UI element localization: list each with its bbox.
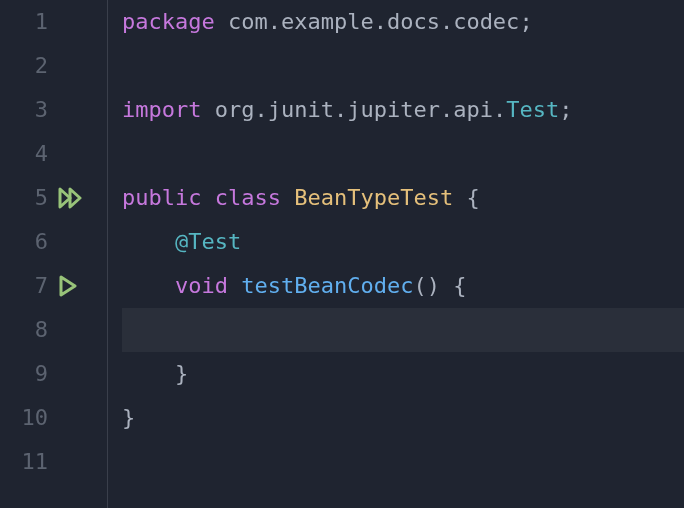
space-token <box>201 185 214 210</box>
run-class-icon[interactable] <box>58 187 84 209</box>
keyword-token: public <box>122 185 201 210</box>
gutter-row: 6 <box>0 220 107 264</box>
line-number: 11 <box>0 440 48 484</box>
line-number: 7 <box>0 264 48 308</box>
class-name-token: BeanTypeTest <box>294 185 453 210</box>
space-token <box>201 97 214 122</box>
code-line[interactable]: import org.junit.jupiter.api.Test; <box>122 88 684 132</box>
gutter-row: 11 <box>0 440 107 484</box>
line-number: 3 <box>0 88 48 132</box>
gutter-row: 1 <box>0 0 107 44</box>
line-number: 8 <box>0 308 48 352</box>
type-token: Test <box>506 97 559 122</box>
package-path-token: com.example.docs.codec <box>228 9 519 34</box>
gutter-row: 2 <box>0 44 107 88</box>
keyword-token: import <box>122 97 201 122</box>
indent-token <box>122 273 175 298</box>
method-name-token: testBeanCodec <box>241 273 413 298</box>
indent-token <box>122 361 175 386</box>
line-number: 10 <box>0 396 48 440</box>
code-line[interactable]: } <box>122 352 684 396</box>
code-line[interactable]: void testBeanCodec() { <box>122 264 684 308</box>
space-token <box>215 9 228 34</box>
brace-token: } <box>122 405 135 430</box>
line-number: 6 <box>0 220 48 264</box>
semicolon-token: ; <box>559 97 572 122</box>
run-test-icon[interactable] <box>58 275 78 297</box>
line-number: 1 <box>0 0 48 44</box>
gutter-row: 10 <box>0 396 107 440</box>
brace-token: { <box>466 185 479 210</box>
code-line[interactable]: } <box>122 396 684 440</box>
gutter-row: 7 <box>0 264 107 308</box>
line-number: 4 <box>0 132 48 176</box>
gutter-row: 5 <box>0 176 107 220</box>
code-line[interactable] <box>122 132 684 176</box>
code-editor: 1 2 3 4 5 6 7 <box>0 0 684 508</box>
code-line[interactable]: @Test <box>122 220 684 264</box>
space-token <box>228 273 241 298</box>
code-line[interactable]: public class BeanTypeTest { <box>122 176 684 220</box>
space-token <box>440 273 453 298</box>
keyword-token: class <box>215 185 281 210</box>
brace-token: } <box>175 361 188 386</box>
indent-token <box>122 229 175 254</box>
package-path-token: org.junit.jupiter.api. <box>215 97 506 122</box>
space-token <box>281 185 294 210</box>
gutter-row: 8 <box>0 308 107 352</box>
gutter-row: 3 <box>0 88 107 132</box>
code-area[interactable]: package com.example.docs.codec; import o… <box>108 0 684 508</box>
code-line[interactable] <box>122 44 684 88</box>
line-number: 5 <box>0 176 48 220</box>
code-line[interactable] <box>122 440 684 484</box>
keyword-token: package <box>122 9 215 34</box>
gutter: 1 2 3 4 5 6 7 <box>0 0 108 508</box>
code-line[interactable]: package com.example.docs.codec; <box>122 0 684 44</box>
keyword-token: void <box>175 273 228 298</box>
line-number: 2 <box>0 44 48 88</box>
gutter-row: 4 <box>0 132 107 176</box>
annotation-token: @Test <box>175 229 241 254</box>
brace-token: { <box>453 273 466 298</box>
semicolon-token: ; <box>519 9 532 34</box>
gutter-row: 9 <box>0 352 107 396</box>
line-number: 9 <box>0 352 48 396</box>
paren-token: () <box>413 273 440 298</box>
space-token <box>453 185 466 210</box>
code-line-current[interactable] <box>122 308 684 352</box>
